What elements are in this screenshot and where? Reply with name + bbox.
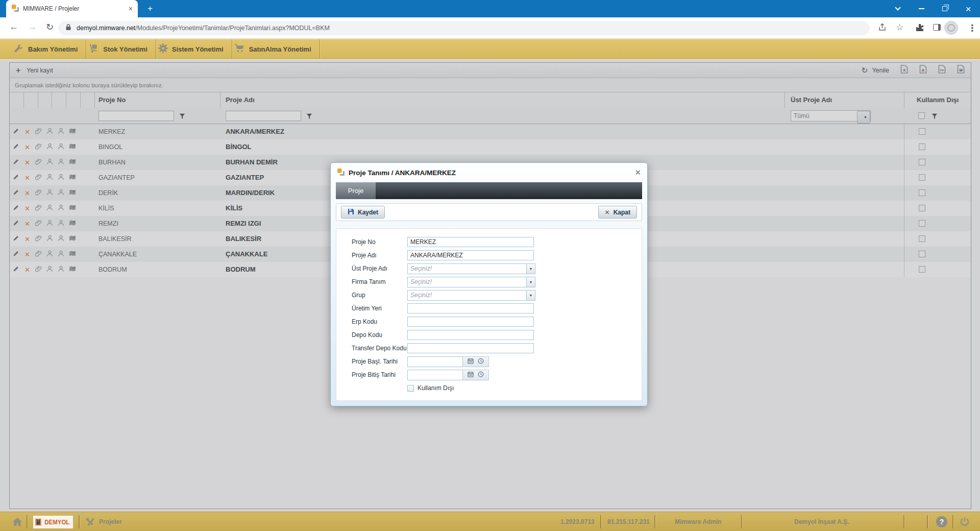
tab-close-icon[interactable]: × [129, 5, 133, 12]
browser-navbar: ← → ↻ demyol.mimware.net/Modules/ProjeYo… [0, 17, 980, 39]
share-icon[interactable] [878, 23, 887, 34]
text-input[interactable] [407, 303, 534, 313]
field-label: Depo Kodu [352, 331, 407, 339]
logged-in-user: Mimware Admin [675, 512, 722, 531]
dropdown[interactable]: Seçiniz! ▼ [407, 290, 535, 301]
dialog-title: Proje Tanımı / ANKARA/MERKEZ [349, 169, 634, 177]
date-input[interactable] [407, 356, 462, 367]
extensions-puzzle-icon[interactable] [916, 23, 924, 34]
field-label: Erp Kodu [352, 318, 407, 325]
form-field-row: Proje Başl. Tarihi [352, 355, 642, 368]
window-close-button[interactable]: × [957, 0, 980, 17]
menu-bakim-yonetimi[interactable]: Bakım Yönetimi [11, 39, 86, 59]
demyol-emblem-icon [35, 518, 41, 526]
text-input[interactable] [407, 250, 534, 260]
field-label: Proje Bitiş Tarihi [352, 371, 407, 378]
field-label: Grup [352, 292, 407, 299]
kullanim-disi-label: Kullanım Dışı [418, 384, 454, 392]
dialog-tabstrip: Proje [336, 182, 642, 199]
back-icon[interactable]: ← [9, 21, 18, 32]
form-field-row: Proje Bitiş Tarihi [352, 368, 642, 381]
menu-satinalma-yonetimi[interactable]: SatınAlma Yönetimi [232, 39, 320, 59]
form-field-row: Erp Kodu [352, 315, 642, 328]
window-restore-button[interactable] [933, 0, 957, 17]
close-button[interactable]: ✕ Kapat [598, 206, 637, 219]
text-input[interactable] [407, 317, 534, 327]
cart-icon [234, 43, 245, 55]
form-field-row: Depo Kodu [352, 328, 642, 342]
app-window: MIMWARE / Projeler × + × ← → ↻ demyol.mi… [0, 0, 980, 531]
calendar-icon[interactable] [468, 357, 474, 366]
form-field-row: Firma Tanım Seçiniz! ▼ [352, 275, 642, 288]
form-field-row: Üretim Yeri [352, 302, 642, 315]
module-tools-icon [86, 512, 95, 531]
chevron-down-icon[interactable]: ▼ [526, 277, 535, 287]
chevron-down-icon[interactable]: ▼ [526, 263, 535, 274]
dropdown[interactable]: Seçiniz! ▼ [407, 263, 535, 274]
browser-menu-icon[interactable]: ⋮ [968, 22, 977, 34]
dialog-mimware-icon [337, 168, 345, 178]
favicon-mimware-icon [11, 4, 19, 14]
dropdown-placeholder: Seçiniz! [407, 290, 526, 301]
new-tab-button[interactable]: + [145, 4, 155, 14]
hand-truck-icon [88, 43, 99, 55]
chevron-down-icon[interactable]: ▼ [526, 290, 535, 301]
browser-titlebar: MIMWARE / Projeler × + × [0, 0, 980, 17]
help-button[interactable]: ? [936, 512, 947, 531]
window-minimize-button[interactable] [910, 0, 933, 17]
close-x-icon: ✕ [605, 209, 610, 216]
gear-icon [158, 43, 168, 55]
kullanim-disi-checkbox[interactable] [407, 385, 414, 392]
form-field-row: Proje Adı [352, 249, 642, 262]
profile-avatar[interactable] [944, 21, 958, 35]
text-input[interactable] [407, 343, 534, 353]
home-button[interactable] [12, 512, 22, 531]
save-button[interactable]: Kaydet [341, 206, 385, 219]
proje-tanimi-dialog: Proje Tanımı / ANKARA/MERKEZ ✕ Proje Kay… [330, 162, 648, 406]
module-menubar: Bakım Yönetimi Stok Yönetimi Sistem Yöne… [0, 39, 980, 59]
tab-title: MIMWARE / Projeler [23, 5, 129, 12]
bookmark-star-icon[interactable]: ☆ [896, 22, 903, 33]
demyol-logo[interactable]: DEMYOL [33, 515, 74, 529]
lock-icon [65, 23, 71, 33]
field-label: Firma Tanım [352, 278, 407, 285]
dropdown-placeholder: Seçiniz! [407, 277, 526, 287]
date-input[interactable] [407, 370, 462, 380]
side-panel-icon[interactable] [933, 24, 941, 31]
text-input[interactable] [407, 237, 534, 247]
dropdown-placeholder: Seçiniz! [407, 263, 526, 274]
field-label: Üst Proje Adı [352, 265, 407, 272]
wrench-icon [13, 43, 24, 55]
status-bar: DEMYOL Projeler 1.2023.0713 81.215.117.2… [0, 512, 980, 531]
field-label: Proje Başl. Tarihi [352, 358, 407, 365]
client-ip: 81.215.117.231 [607, 512, 650, 531]
dialog-form: Proje No Proje Adı Üst Proje Adı Seçiniz… [336, 228, 642, 401]
form-field-row: Üst Proje Adı Seçiniz! ▼ [352, 262, 642, 275]
menu-sistem-yonetimi[interactable]: Sistem Yönetimi [156, 39, 232, 59]
dialog-titlebar[interactable]: Proje Tanımı / ANKARA/MERKEZ ✕ [331, 163, 647, 182]
calendar-icon[interactable] [468, 370, 474, 379]
window-chevron-icon[interactable] [886, 0, 910, 17]
clock-icon[interactable] [478, 370, 484, 379]
logout-power-button[interactable] [960, 512, 970, 531]
clock-icon[interactable] [478, 357, 484, 366]
field-label: Üretim Yeri [352, 305, 407, 312]
dialog-close-icon[interactable]: ✕ [634, 168, 641, 177]
dropdown[interactable]: Seçiniz! ▼ [407, 277, 535, 287]
company-name: Demyol İnşaat A.Ş. [794, 512, 849, 531]
reload-icon[interactable]: ↻ [46, 21, 54, 33]
field-label: Proje No [352, 238, 407, 246]
browser-tab[interactable]: MIMWARE / Projeler × [6, 0, 138, 17]
dialog-command-bar: Kaydet ✕ Kapat [336, 203, 642, 221]
address-bar[interactable]: demyol.mimware.net/Modules/ProjeYonetimi… [58, 21, 870, 35]
field-label: Proje Adı [352, 252, 407, 259]
tab-proje[interactable]: Proje [336, 182, 376, 199]
url-text: demyol.mimware.net/Modules/ProjeYonetimi… [77, 25, 330, 32]
forward-icon[interactable]: → [28, 21, 37, 32]
text-input[interactable] [407, 330, 534, 340]
menu-stok-yonetimi[interactable]: Stok Yönetimi [86, 39, 156, 59]
app-version: 1.2023.0713 [560, 512, 595, 531]
module-name: Projeler [99, 512, 122, 531]
form-field-row: Transfer Depo Kodu [352, 342, 642, 355]
form-field-row: Proje No [352, 235, 642, 249]
